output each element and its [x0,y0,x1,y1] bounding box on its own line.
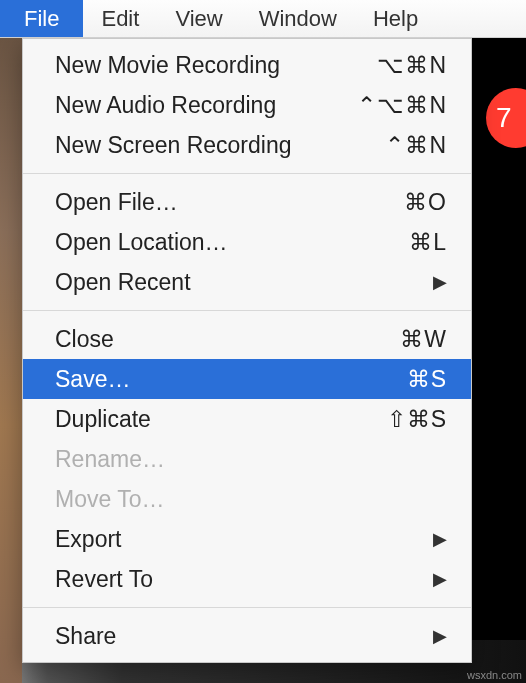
menu-duplicate[interactable]: Duplicate ⇧⌘S [23,399,471,439]
menubar-help[interactable]: Help [355,0,436,37]
watermark: wsxdn.com [467,669,522,681]
menu-export[interactable]: Export ▶ [23,519,471,559]
menu-item-shortcut: ⌥⌘N [377,52,447,79]
submenu-arrow-icon: ▶ [433,271,447,293]
menubar-label: File [24,6,59,32]
menu-close[interactable]: Close ⌘W [23,319,471,359]
submenu-arrow-icon: ▶ [433,528,447,550]
menu-item-shortcut: ⌘L [409,229,447,256]
menu-item-label: New Audio Recording [55,92,357,119]
menu-new-screen-recording[interactable]: New Screen Recording ⌃⌘N [23,125,471,165]
menubar-edit[interactable]: Edit [83,0,157,37]
menu-separator [23,607,471,608]
menubar-window[interactable]: Window [241,0,355,37]
menu-save[interactable]: Save… ⌘S [23,359,471,399]
submenu-arrow-icon: ▶ [433,625,447,647]
menu-item-shortcut: ⇧⌘S [387,406,447,433]
menu-separator [23,173,471,174]
menu-move-to: Move To… [23,479,471,519]
menu-separator [23,310,471,311]
menu-item-shortcut: ⌘S [407,366,447,393]
menubar-label: Window [259,6,337,32]
menu-share[interactable]: Share ▶ [23,616,471,656]
notification-count: 7 [496,102,512,134]
submenu-arrow-icon: ▶ [433,568,447,590]
menu-item-shortcut: ⌘W [400,326,447,353]
menubar-file[interactable]: File [0,0,83,37]
menu-item-label: Rename… [55,446,447,473]
menu-new-movie-recording[interactable]: New Movie Recording ⌥⌘N [23,45,471,85]
menubar-label: Help [373,6,418,32]
menu-item-label: Open File… [55,189,404,216]
menu-item-label: Revert To [55,566,433,593]
menu-item-label: Save… [55,366,407,393]
menu-open-recent[interactable]: Open Recent ▶ [23,262,471,302]
menu-item-label: Duplicate [55,406,387,433]
menu-item-label: New Screen Recording [55,132,385,159]
menu-item-label: New Movie Recording [55,52,377,79]
desktop-background-left [0,38,22,683]
menu-new-audio-recording[interactable]: New Audio Recording ⌃⌥⌘N [23,85,471,125]
menubar: File Edit View Window Help [0,0,526,38]
menu-open-file[interactable]: Open File… ⌘O [23,182,471,222]
menu-item-label: Open Location… [55,229,409,256]
menu-item-shortcut: ⌘O [404,189,447,216]
file-menu-dropdown: New Movie Recording ⌥⌘N New Audio Record… [22,38,472,663]
menu-open-location[interactable]: Open Location… ⌘L [23,222,471,262]
menu-item-label: Move To… [55,486,447,513]
menubar-view[interactable]: View [157,0,240,37]
menubar-label: Edit [101,6,139,32]
menu-revert-to[interactable]: Revert To ▶ [23,559,471,599]
menu-item-label: Close [55,326,400,353]
menu-item-label: Open Recent [55,269,433,296]
menu-rename: Rename… [23,439,471,479]
menu-item-shortcut: ⌃⌘N [385,132,447,159]
menu-item-label: Export [55,526,433,553]
menubar-label: View [175,6,222,32]
menu-item-shortcut: ⌃⌥⌘N [357,92,447,119]
menu-item-label: Share [55,623,433,650]
